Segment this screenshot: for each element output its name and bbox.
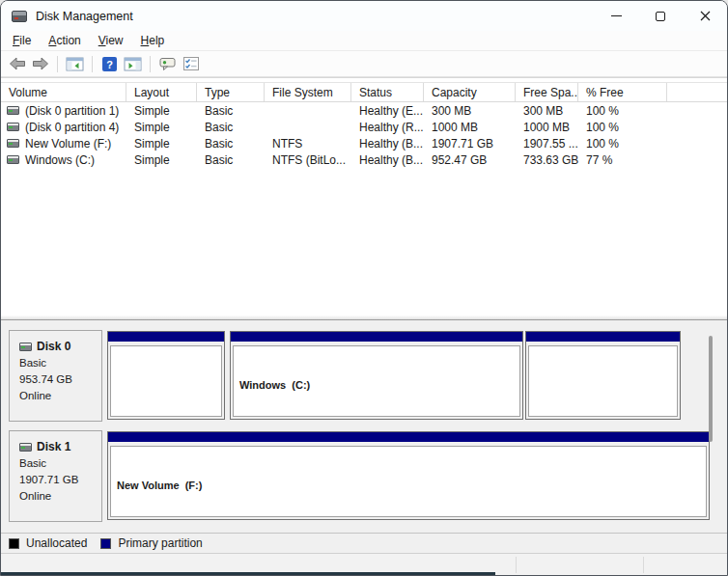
disk-icon xyxy=(19,343,32,351)
legend-primary-partition: Primary partition xyxy=(100,536,202,550)
partition-block[interactable]: New Volume (F:) 1907.71 GB NTFS Healthy … xyxy=(107,431,710,520)
disk-size: 953.74 GB xyxy=(19,371,101,388)
volume-free-space: 1907.55 ... xyxy=(516,137,578,151)
column-header-capacity[interactable]: Capacity xyxy=(424,83,516,101)
column-header-layout[interactable]: Layout xyxy=(126,83,197,101)
disk-name: Disk 0 xyxy=(37,339,70,355)
volume-layout: Simple xyxy=(126,104,197,118)
volume-row[interactable]: Windows (C:) Simple Basic NTFS (BitLo...… xyxy=(1,151,727,168)
forward-button[interactable] xyxy=(29,53,51,74)
help-button[interactable]: ? xyxy=(98,53,121,74)
volume-type: Basic xyxy=(197,137,265,151)
volume-status: Healthy (R... xyxy=(351,121,424,134)
back-icon xyxy=(9,57,26,70)
column-header-filler xyxy=(667,83,727,101)
partition-block[interactable]: 1000 MB Healthy (Recovery Partition xyxy=(525,331,681,420)
disk-info[interactable]: Disk 1 Basic 1907.71 GB Online xyxy=(9,430,102,522)
volume-list-header: Volume Layout Type File System Status Ca… xyxy=(1,82,727,102)
column-header-status[interactable]: Status xyxy=(351,83,424,101)
menu-file[interactable]: File xyxy=(4,32,40,49)
volume-row[interactable]: New Volume (F:) Simple Basic NTFS Health… xyxy=(1,135,727,151)
menu-view[interactable]: View xyxy=(90,32,132,49)
primary-partition-bar xyxy=(108,332,224,342)
disk-kind: Basic xyxy=(19,355,101,371)
volume-capacity: 300 MB xyxy=(424,104,516,118)
volume-layout: Simple xyxy=(126,121,197,134)
volume-icon xyxy=(7,123,19,131)
show-console-tree-button[interactable] xyxy=(64,53,86,74)
volume-name: Windows (C:) xyxy=(25,153,95,167)
partition-title: Windows (C:) xyxy=(239,378,514,394)
volume-status: Healthy (B... xyxy=(351,137,424,151)
popup-help-button[interactable] xyxy=(156,53,179,74)
menu-bar: File Action View Help xyxy=(1,31,727,51)
status-bar-separator xyxy=(516,557,517,573)
vertical-scrollbar-thumb[interactable] xyxy=(709,336,713,442)
toolbar-separator xyxy=(92,56,93,72)
volume-free-space: 1000 MB xyxy=(516,121,578,134)
partition-block[interactable]: 300 MB Healthy (EFI System P xyxy=(107,331,225,420)
volume-capacity: 952.47 GB xyxy=(424,153,516,167)
column-header-volume[interactable]: Volume xyxy=(1,83,126,101)
column-header-pct-free[interactable]: % Free xyxy=(578,83,667,101)
volume-row[interactable]: (Disk 0 partition 1) Simple Basic Health… xyxy=(1,102,727,119)
disk-management-window: Disk Management File Action View Help xyxy=(0,0,728,576)
volume-layout: Simple xyxy=(126,137,197,151)
volume-icon xyxy=(7,106,19,115)
disk-size: 1907.71 GB xyxy=(19,472,101,488)
volume-free-space: 733.63 GB xyxy=(516,153,578,167)
legend-bar: Unallocated Primary partition xyxy=(1,533,727,553)
volume-capacity: 1000 MB xyxy=(424,121,516,134)
legend-label: Primary partition xyxy=(118,536,202,550)
volume-free-space: 300 MB xyxy=(516,104,578,118)
show-action-pane-button[interactable] xyxy=(122,53,144,74)
close-button[interactable] xyxy=(683,1,727,31)
help-icon: ? xyxy=(102,57,117,71)
disk-band-0: Disk 0 Basic 953.74 GB Online 300 MB Hea… xyxy=(1,330,727,423)
volume-name: (Disk 0 partition 1) xyxy=(25,104,119,118)
disk-info[interactable]: Disk 0 Basic 953.74 GB Online xyxy=(9,330,102,422)
volume-type: Basic xyxy=(197,153,265,167)
primary-partition-bar xyxy=(231,332,522,342)
disk-name: Disk 1 xyxy=(37,439,70,455)
action-pane-icon xyxy=(124,57,142,71)
primary-partition-swatch xyxy=(100,538,111,549)
menu-action[interactable]: Action xyxy=(40,32,89,49)
checklist-icon xyxy=(183,57,199,70)
disk-status: Online xyxy=(19,488,101,505)
minimize-icon xyxy=(611,15,622,16)
volume-pct-free: 77 % xyxy=(578,153,667,167)
unallocated-swatch xyxy=(9,538,19,549)
column-header-file-system[interactable]: File System xyxy=(265,83,351,101)
column-header-type[interactable]: Type xyxy=(197,83,265,101)
status-bar-separator xyxy=(643,557,644,573)
toolbar-separator xyxy=(57,56,58,72)
svg-text:?: ? xyxy=(106,58,113,69)
volume-capacity: 1907.71 GB xyxy=(424,137,516,151)
title-bar: Disk Management xyxy=(1,1,727,31)
partition-block[interactable]: Windows (C:) 952.47 GB NTFS (BitLocker E… xyxy=(230,331,523,420)
legend-unallocated: Unallocated xyxy=(9,536,87,550)
volume-name: New Volume (F:) xyxy=(25,137,111,151)
window-title: Disk Management xyxy=(36,10,133,23)
minimize-button[interactable] xyxy=(594,1,638,31)
disk-graphical-pane: Disk 0 Basic 953.74 GB Online 300 MB Hea… xyxy=(1,320,727,533)
legend-label: Unallocated xyxy=(26,536,87,550)
toolbar: ? xyxy=(1,51,727,77)
column-header-free-space[interactable]: Free Spa... xyxy=(516,83,578,101)
back-button[interactable] xyxy=(6,53,28,74)
volume-status: Healthy (E... xyxy=(351,104,424,118)
forward-icon xyxy=(32,57,49,70)
close-icon xyxy=(700,11,711,21)
menu-help[interactable]: Help xyxy=(132,32,174,49)
volume-file-system: NTFS (BitLo... xyxy=(265,153,351,167)
volume-type: Basic xyxy=(197,121,265,134)
maximize-button[interactable] xyxy=(638,1,683,31)
maximize-icon xyxy=(656,12,665,21)
toolbar-separator xyxy=(150,56,151,72)
volume-row[interactable]: (Disk 0 partition 4) Simple Basic Health… xyxy=(1,119,727,135)
disk-kind: Basic xyxy=(19,455,101,472)
disk-icon xyxy=(19,443,32,452)
properties-button[interactable] xyxy=(180,53,202,74)
volume-status: Healthy (B... xyxy=(351,153,424,167)
